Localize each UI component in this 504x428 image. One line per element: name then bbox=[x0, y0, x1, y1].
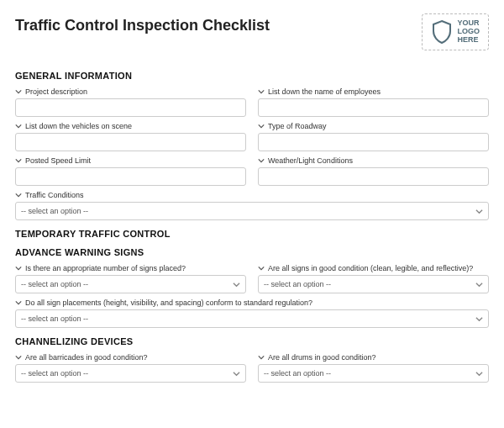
chevron-down-icon bbox=[475, 208, 483, 215]
select-drums[interactable]: -- select an option -- bbox=[258, 364, 489, 383]
label-roadway-type: Type of Roadway bbox=[258, 122, 489, 130]
chevron-down-icon bbox=[258, 354, 265, 361]
section-channelizing-heading: CHANNELIZING DEVICES bbox=[15, 336, 489, 346]
chevron-down-icon bbox=[258, 88, 265, 95]
label-signs-placement: Do all sign placements (height, visibili… bbox=[15, 299, 489, 307]
chevron-down-icon bbox=[15, 157, 22, 164]
input-vehicles[interactable] bbox=[15, 133, 246, 151]
label-speed-limit: Posted Speed Limit bbox=[15, 156, 246, 165]
select-barricades[interactable]: -- select an option -- bbox=[15, 364, 246, 383]
label-employees: List down the name of employees bbox=[258, 87, 489, 96]
select-signs-placement[interactable]: -- select an option -- bbox=[15, 309, 489, 328]
chevron-down-icon bbox=[233, 281, 240, 288]
input-employees[interactable] bbox=[258, 98, 489, 117]
select-traffic-conditions[interactable]: -- select an option -- bbox=[15, 202, 489, 220]
input-project-description[interactable] bbox=[15, 98, 246, 117]
logo-placeholder: YOUR LOGO HERE bbox=[422, 13, 490, 50]
chevron-down-icon bbox=[15, 265, 22, 272]
shield-icon bbox=[431, 19, 453, 45]
page-title: Traffic Control Inspection Checklist bbox=[15, 13, 270, 34]
input-speed-limit[interactable] bbox=[15, 167, 246, 186]
input-weather[interactable] bbox=[258, 167, 489, 186]
chevron-down-icon bbox=[258, 157, 265, 164]
chevron-down-icon bbox=[258, 123, 265, 129]
chevron-down-icon bbox=[15, 299, 22, 306]
label-signs-number: Is there an appropriate number of signs … bbox=[15, 264, 246, 272]
select-signs-number[interactable]: -- select an option -- bbox=[15, 275, 246, 293]
chevron-down-icon bbox=[475, 370, 483, 378]
section-temporary-heading: TEMPORARY TRAFFIC CONTROL bbox=[15, 229, 489, 239]
chevron-down-icon bbox=[15, 88, 22, 95]
logo-text: YOUR LOGO HERE bbox=[458, 19, 480, 45]
chevron-down-icon bbox=[15, 123, 22, 129]
label-vehicles: List down the vehicles on scene bbox=[15, 122, 246, 130]
label-weather: Weather/Light Conditions bbox=[258, 156, 489, 165]
label-drums: Are all drums in good condition? bbox=[258, 353, 489, 362]
section-general-heading: GENERAL INFORMATION bbox=[15, 71, 489, 81]
chevron-down-icon bbox=[475, 281, 483, 288]
chevron-down-icon bbox=[258, 265, 265, 272]
chevron-down-icon bbox=[15, 354, 22, 361]
chevron-down-icon bbox=[475, 315, 483, 323]
chevron-down-icon bbox=[233, 370, 240, 378]
select-signs-condition[interactable]: -- select an option -- bbox=[258, 275, 489, 293]
chevron-down-icon bbox=[15, 192, 22, 198]
section-advance-heading: ADVANCE WARNING SIGNS bbox=[15, 247, 489, 257]
label-signs-condition: Are all signs in good condition (clean, … bbox=[258, 264, 489, 272]
label-traffic-conditions: Traffic Conditions bbox=[15, 191, 489, 199]
input-roadway-type[interactable] bbox=[258, 133, 489, 151]
label-project-description: Project description bbox=[15, 87, 246, 96]
label-barricades: Are all barricades in good condition? bbox=[15, 353, 246, 362]
